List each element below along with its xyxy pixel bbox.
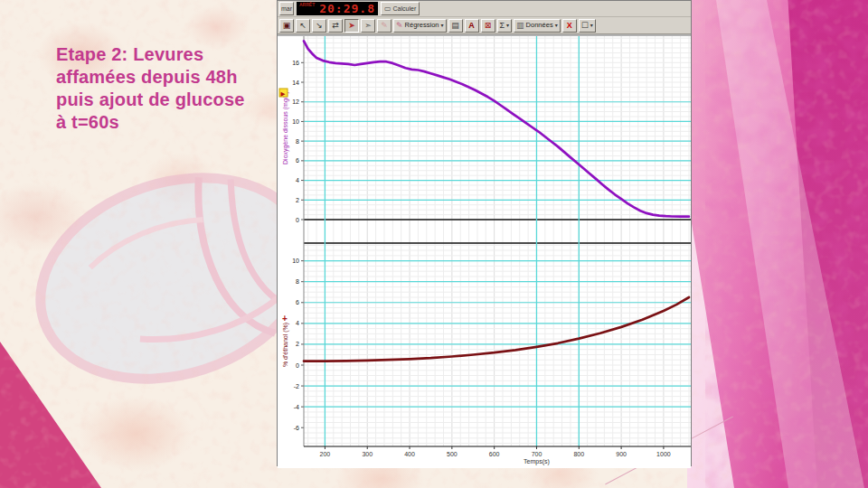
slide-title-line: puis ajout de glucose [56, 89, 245, 111]
swap-curves-icon: ⇄ [332, 20, 339, 31]
text-tool-button[interactable]: A [465, 19, 479, 33]
cursor-zoom-in-button[interactable]: ↖ [296, 19, 310, 33]
data-button[interactable]: ▥Données▾ [514, 19, 561, 33]
y-tick-label: 16 [292, 60, 299, 66]
chart-area[interactable]: 0246810121416Dioxygène dissous (mg/L)▶-6… [278, 34, 691, 468]
x-tick-label: 900 [616, 451, 627, 457]
run-mode-button[interactable]: mar [279, 2, 294, 15]
graph-window-icon: ▣ [283, 20, 291, 31]
play-icon: ▶ [281, 90, 286, 97]
cursor-zoom-out-icon: ↘ [316, 20, 323, 31]
y-tick-label: 0 [296, 362, 299, 369]
slide-title-line: Etape 2: Levures [56, 43, 245, 66]
slide-title: Etape 2: Levures affamées depuis 48h pui… [56, 43, 245, 134]
y-tick-label: -2 [294, 383, 299, 389]
y-tick-label: 2 [296, 197, 299, 203]
run-mode-label: mar [281, 5, 292, 12]
text-tool-icon: A [468, 20, 475, 31]
delete-icon: X [567, 20, 572, 31]
acquisition-window: mar ARRÊT 20:29.8 ▭ Calculer ▣↖↘⇄➤➣✎✎Rég… [277, 0, 692, 466]
x-tick-label: 200 [320, 451, 331, 457]
cursor-zoom-out-button[interactable]: ↘ [312, 19, 326, 33]
y-tick-label: 8 [296, 138, 299, 145]
ethanol-axis-label: % d'éthanol (%) [282, 323, 289, 367]
selection-button[interactable]: ☐▾ [579, 19, 596, 33]
sigma-icon: Σ [500, 20, 505, 31]
x-axis-label: Temps(s) [524, 458, 550, 465]
delete-button[interactable]: X [562, 19, 577, 33]
cursor-zoom-in-icon: ↖ [299, 20, 307, 31]
regression-label: Régression [405, 20, 439, 31]
save-icon: ▤ [451, 20, 459, 31]
dioxygene-axis-label: Dioxygène dissous (mg/L) [282, 91, 289, 164]
save-button[interactable]: ▤ [448, 19, 463, 33]
regression-button[interactable]: ✎Régression▾ [393, 19, 447, 33]
selection-icon: ☐ [581, 20, 589, 31]
y-tick-label: 6 [296, 157, 299, 164]
x-tick-label: 400 [404, 451, 415, 457]
y-tick-label: 10 [292, 118, 299, 125]
y-tick-label: 6 [296, 299, 299, 305]
timer-display: ARRÊT 20:29.8 [297, 2, 378, 15]
pointer-tool-button[interactable]: ➤ [344, 19, 359, 33]
graph-window-button[interactable]: ▣ [279, 19, 294, 33]
pointer-menu-button[interactable]: ➣ [361, 19, 375, 33]
data-label: Données [526, 20, 553, 31]
calculator-icon: ▭ [384, 5, 392, 13]
plus-marker-icon[interactable]: + [282, 314, 288, 324]
y-tick-label: 10 [292, 258, 299, 264]
timer-bar: mar ARRÊT 20:29.8 ▭ Calculer [278, 1, 691, 17]
y-tick-label: 0 [296, 217, 299, 223]
regression-icon: ✎ [396, 20, 403, 31]
y-tick-label: 14 [292, 80, 299, 86]
timer-value: 20:29.8 [319, 2, 375, 15]
swap-curves-button[interactable]: ⇄ [328, 19, 343, 33]
y-tick-label: 4 [296, 320, 299, 326]
x-tick-label: 600 [489, 451, 500, 457]
sigma-button[interactable]: Σ▾ [497, 19, 513, 33]
calculate-button[interactable]: ▭ Calculer [381, 2, 420, 15]
x-tick-label: 300 [362, 451, 373, 457]
x-tick-label: 500 [447, 451, 458, 457]
y-tick-label: 8 [296, 278, 299, 285]
y-tick-label: 12 [292, 99, 299, 105]
y-tick-label: 2 [296, 341, 299, 347]
slide-title-line: affamées depuis 48h [56, 66, 245, 89]
x-tick-label: 800 [573, 451, 584, 457]
pencil-tool-button[interactable]: ✎ [377, 19, 392, 33]
pointer-menu-icon: ➣ [364, 20, 372, 31]
calculate-label: Calculer [393, 5, 417, 12]
slide-title-line: à t=60s [56, 111, 245, 134]
y-tick-label: -4 [294, 404, 299, 410]
data-icon: ▥ [516, 20, 524, 31]
x-tick-label: 1000 [656, 451, 671, 457]
caret-down-icon: ▾ [506, 20, 509, 31]
y-tick-label: 4 [296, 177, 299, 183]
clear-curve-icon: ⊠ [485, 20, 492, 31]
ethanol-curve [304, 297, 689, 361]
y-tick-label: -6 [294, 425, 299, 431]
pointer-tool-icon: ➤ [348, 20, 355, 31]
caret-down-icon: ▾ [590, 20, 593, 31]
timer-status: ARRÊT [299, 2, 315, 7]
caret-down-icon: ▾ [440, 20, 443, 31]
clear-curve-button[interactable]: ⊠ [481, 19, 495, 33]
caret-down-icon: ▾ [555, 20, 558, 31]
x-tick-label: 700 [532, 451, 542, 457]
chart-toolbar: ▣↖↘⇄➤➣✎✎Régression▾▤A⊠Σ▾▥Données▾X☐▾ [278, 17, 691, 34]
pencil-tool-icon: ✎ [381, 20, 388, 31]
